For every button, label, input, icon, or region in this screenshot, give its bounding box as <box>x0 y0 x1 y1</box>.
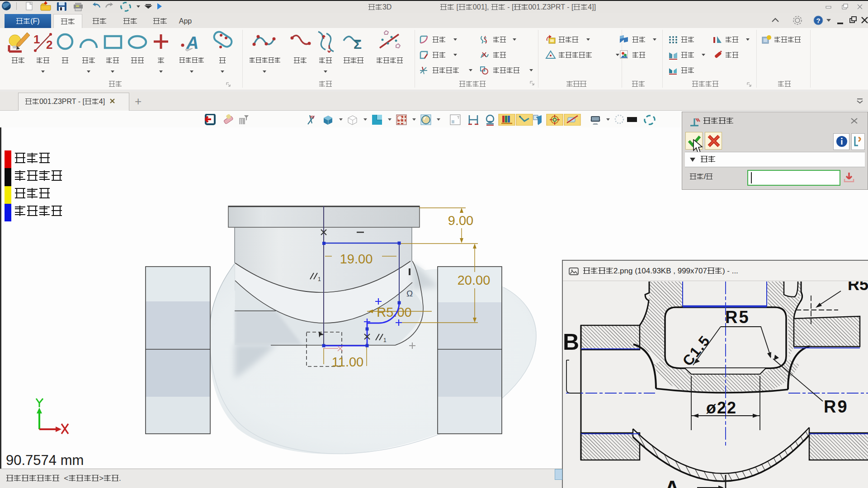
svg-text:xy: xy <box>310 114 315 119</box>
svg-text:?: ? <box>816 17 820 24</box>
svg-text:B: B <box>563 329 579 355</box>
svg-text:R5: R5 <box>848 282 868 294</box>
svg-text:Σ: Σ <box>354 37 362 52</box>
svg-text:ø22: ø22 <box>706 399 737 417</box>
svg-text:A: A <box>665 476 679 488</box>
svg-text:R5: R5 <box>725 308 750 327</box>
svg-text:R5.00: R5.00 <box>377 305 411 319</box>
svg-text:1: 1 <box>383 337 387 343</box>
svg-text:R9: R9 <box>824 397 849 416</box>
svg-text:9.00: 9.00 <box>448 213 473 228</box>
svg-text:1: 1 <box>318 276 321 282</box>
svg-text:2: 2 <box>46 38 52 52</box>
svg-text:11.00: 11.00 <box>332 355 363 369</box>
svg-text:20.00: 20.00 <box>458 273 491 287</box>
svg-text:19.00: 19.00 <box>340 252 373 266</box>
svg-text:Ω: Ω <box>406 289 413 298</box>
svg-text:1: 1 <box>33 33 40 46</box>
